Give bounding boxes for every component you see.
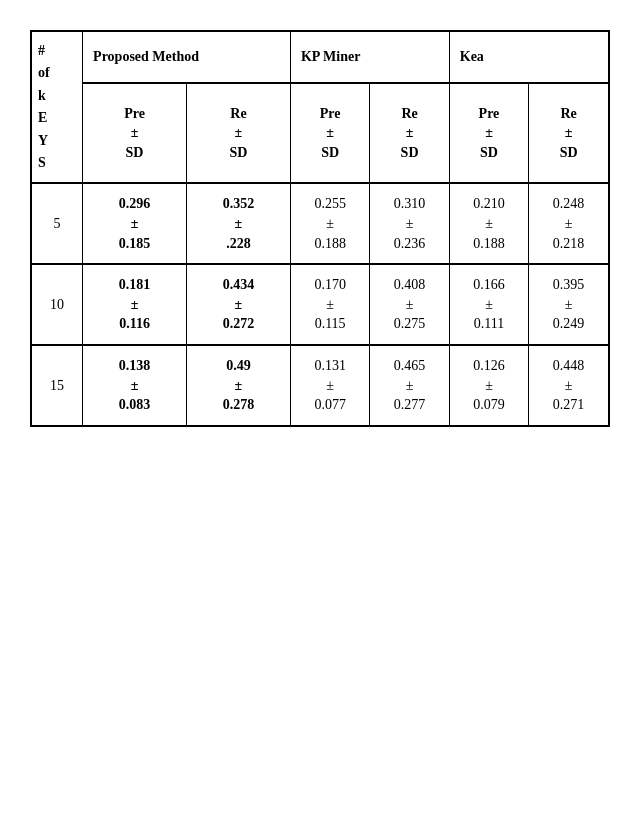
row-key-5: 5 [31,183,83,264]
keys-header-cell: #ofkEYS [31,31,83,183]
sub-header-pre-pm: Pre±SD [83,83,187,183]
table-row: 10 0.181±0.116 0.434±0.272 0.170±0.115 0… [31,264,609,345]
cell-15-pre-pm: 0.138±0.083 [83,345,187,426]
cell-10-re-kpm: 0.408±0.275 [370,264,449,345]
row-key-10: 10 [31,264,83,345]
cell-5-re-pm: 0.352±.228 [186,183,290,264]
cell-15-re-pm: 0.49±0.278 [186,345,290,426]
row-key-15: 15 [31,345,83,426]
kp-miner-header: KP Miner [290,31,449,83]
cell-5-pre-kpm: 0.255±0.188 [290,183,369,264]
proposed-method-header: Proposed Method [83,31,291,83]
sub-header-re-pm: Re±SD [186,83,290,183]
cell-15-pre-kea: 0.126±0.079 [449,345,528,426]
sub-header-re-kea: Re±SD [529,83,609,183]
cell-10-pre-pm: 0.181±0.116 [83,264,187,345]
sub-header-re-kpm: Re±SD [370,83,449,183]
cell-15-re-kpm: 0.465±0.277 [370,345,449,426]
header-row-top: #ofkEYS Proposed Method KP Miner Kea [31,31,609,83]
table-row: 5 0.296±0.185 0.352±.228 0.255±0.188 0.3… [31,183,609,264]
table-row: 15 0.138±0.083 0.49±0.278 0.131±0.077 0.… [31,345,609,426]
cell-5-re-kpm: 0.310±0.236 [370,183,449,264]
kea-header: Kea [449,31,609,83]
sub-header-pre-kpm: Pre±SD [290,83,369,183]
cell-5-re-kea: 0.248±0.218 [529,183,609,264]
cell-5-pre-pm: 0.296±0.185 [83,183,187,264]
cell-10-pre-kpm: 0.170±0.115 [290,264,369,345]
results-table: #ofkEYS Proposed Method KP Miner Kea Pre… [30,30,610,427]
cell-10-re-pm: 0.434±0.272 [186,264,290,345]
cell-10-re-kea: 0.395±0.249 [529,264,609,345]
table-wrapper: #ofkEYS Proposed Method KP Miner Kea Pre… [30,30,610,427]
sub-header-pre-kea: Pre±SD [449,83,528,183]
cell-15-re-kea: 0.448±0.271 [529,345,609,426]
sub-header-row: Pre±SD Re±SD Pre±SD Re±SD Pre±SD Re±SD [31,83,609,183]
cell-15-pre-kpm: 0.131±0.077 [290,345,369,426]
cell-5-pre-kea: 0.210±0.188 [449,183,528,264]
cell-10-pre-kea: 0.166±0.111 [449,264,528,345]
